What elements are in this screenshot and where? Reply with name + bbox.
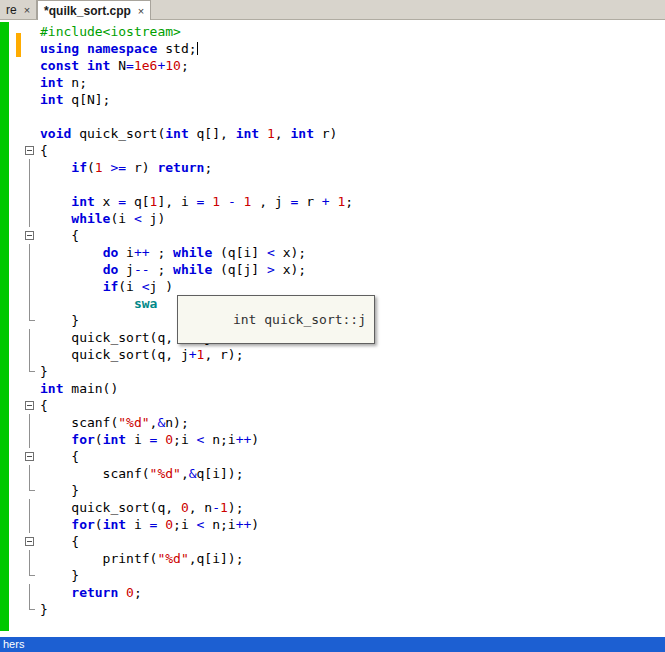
code-line[interactable]: {: [0, 142, 665, 159]
fold-guide-line: [29, 159, 30, 176]
fold-end-icon: [29, 312, 35, 321]
autocomplete-item[interactable]: int quick_sort::j: [233, 312, 366, 327]
code-text: using namespace std;: [40, 40, 198, 57]
code-line[interactable]: [0, 108, 665, 125]
fold-guide-line: [29, 584, 30, 601]
code-text: scanf("%d",&n);: [40, 414, 189, 431]
fold-gutter: [0, 329, 40, 346]
fold-gutter: [0, 108, 40, 125]
code-text: printf("%d",q[i]);: [40, 550, 244, 567]
tab-quilk-sort-cpp[interactable]: *quilk_sort.cpp ×: [37, 0, 151, 20]
code-line[interactable]: scanf("%d",&n);: [0, 414, 665, 431]
fold-gutter: [0, 482, 40, 499]
code-text: {: [40, 533, 79, 550]
fold-guide-line: [29, 176, 30, 193]
code-text: {: [40, 142, 48, 159]
code-text: for(int i = 0;i < n;i++): [40, 516, 259, 533]
fold-gutter: [0, 584, 40, 601]
code-line[interactable]: void quick_sort(int q[], int 1, int r): [0, 125, 665, 142]
code-line[interactable]: [0, 176, 665, 193]
autocomplete-tooltip[interactable]: int quick_sort::j: [177, 295, 375, 344]
fold-guide-line: [29, 550, 30, 567]
code-text: if(i <j ): [40, 278, 173, 295]
tab-other-file[interactable]: re ×: [0, 0, 37, 19]
code-line[interactable]: int x = q[1], i = 1 - 1 , j = r + 1;: [0, 193, 665, 210]
fold-gutter: [0, 125, 40, 142]
code-line[interactable]: quick_sort(q, 0, n-1);: [0, 499, 665, 516]
fold-gutter: [0, 227, 40, 244]
fold-guide-line: [29, 431, 30, 448]
fold-gutter: [0, 23, 40, 40]
fold-gutter: [0, 159, 40, 176]
tab-label: re: [6, 3, 17, 17]
fold-gutter: [0, 550, 40, 567]
code-line[interactable]: if(i <j ): [0, 278, 665, 295]
code-line[interactable]: do i++ ; while (q[i] < x);: [0, 244, 665, 261]
code-line[interactable]: {: [0, 227, 665, 244]
code-line[interactable]: }: [0, 567, 665, 584]
fold-gutter: [0, 244, 40, 261]
fold-collapse-icon[interactable]: [25, 146, 34, 155]
fold-collapse-icon[interactable]: [25, 537, 34, 546]
code-line[interactable]: quick_sort(q, j+1, r);: [0, 346, 665, 363]
fold-gutter: [0, 567, 40, 584]
code-line[interactable]: using namespace std;: [0, 40, 665, 57]
code-text: if(1 >= r) return;: [40, 159, 212, 176]
fold-guide-line: [29, 346, 30, 363]
code-editor[interactable]: #include<iostream>using namespace std;co…: [0, 20, 665, 637]
code-text: while(i < j): [40, 210, 165, 227]
code-line[interactable]: scanf("%d",&q[i]);: [0, 465, 665, 482]
code-text: quick_sort(q, 0, n-1);: [40, 499, 244, 516]
code-line[interactable]: }: [0, 601, 665, 618]
fold-guide-line: [29, 499, 30, 516]
fold-collapse-icon[interactable]: [25, 231, 34, 240]
code-text: #include<iostream>: [40, 23, 181, 40]
fold-gutter: [0, 278, 40, 295]
fold-guide-line: [29, 329, 30, 346]
code-line[interactable]: int q[N];: [0, 91, 665, 108]
fold-guide-line: [29, 516, 30, 533]
fold-gutter: [0, 363, 40, 380]
code-line[interactable]: {: [0, 533, 665, 550]
fold-gutter: [0, 516, 40, 533]
code-line[interactable]: if(1 >= r) return;: [0, 159, 665, 176]
code-line[interactable]: int main(): [0, 380, 665, 397]
code-line[interactable]: {: [0, 397, 665, 414]
code-line[interactable]: const int N=1e6+10;: [0, 57, 665, 74]
status-text: hers: [3, 638, 24, 650]
code-line[interactable]: {: [0, 448, 665, 465]
code-line[interactable]: while(i < j): [0, 210, 665, 227]
code-line[interactable]: do j-- ; while (q[j] > x);: [0, 261, 665, 278]
fold-gutter: [0, 142, 40, 159]
fold-end-icon: [29, 567, 35, 576]
fold-collapse-icon[interactable]: [25, 401, 34, 410]
fold-collapse-icon[interactable]: [25, 452, 34, 461]
code-text: swa: [40, 295, 157, 312]
code-line[interactable]: int n;: [0, 74, 665, 91]
fold-guide-line: [29, 278, 30, 295]
code-line[interactable]: for(int i = 0;i < n;i++): [0, 516, 665, 533]
fold-guide-line: [29, 465, 30, 482]
code-text: {: [40, 227, 79, 244]
code-line[interactable]: for(int i = 0;i < n;i++): [0, 431, 665, 448]
status-bar: hers: [0, 637, 665, 652]
code-line[interactable]: }: [0, 363, 665, 380]
code-line[interactable]: printf("%d",q[i]);: [0, 550, 665, 567]
code-text: int n;: [40, 74, 87, 91]
fold-gutter: [0, 397, 40, 414]
code-text: }: [40, 312, 79, 329]
tab-close-icon[interactable]: ×: [138, 5, 144, 17]
caret: [197, 42, 198, 55]
fold-gutter: [0, 312, 40, 329]
code-text: }: [40, 482, 79, 499]
fold-end-icon: [29, 601, 35, 610]
code-text: }: [40, 601, 48, 618]
tab-close-icon[interactable]: ×: [24, 4, 30, 16]
code-line[interactable]: }: [0, 482, 665, 499]
code-text: void quick_sort(int q[], int 1, int r): [40, 125, 337, 142]
fold-guide-line: [29, 244, 30, 261]
code-line[interactable]: #include<iostream>: [0, 23, 665, 40]
code-line[interactable]: return 0;: [0, 584, 665, 601]
code-text: do i++ ; while (q[i] < x);: [40, 244, 306, 261]
code-text: int x = q[1], i = 1 - 1 , j = r + 1;: [40, 193, 353, 210]
